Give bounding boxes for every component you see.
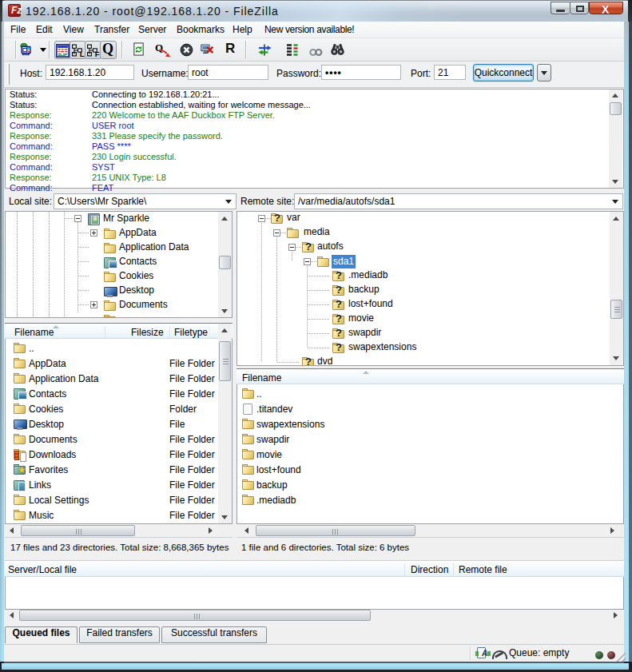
svg-text:L: L [80,50,85,58]
svg-text:F: F [95,50,100,58]
